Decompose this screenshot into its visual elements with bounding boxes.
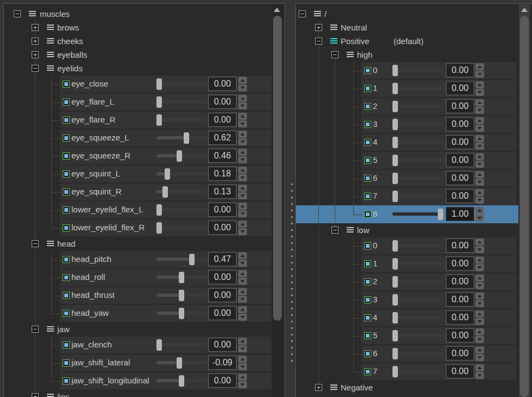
spin-down-button[interactable] [238, 138, 247, 145]
value-field[interactable]: 0.62 [208, 131, 237, 145]
muscle-enabled-checkbox[interactable] [364, 242, 371, 249]
muscle-enabled-checkbox[interactable] [63, 170, 70, 178]
muscle-enabled-checkbox[interactable] [63, 117, 70, 124]
slider-handle[interactable] [179, 308, 184, 319]
value-field[interactable]: 0.00 [446, 239, 474, 253]
spin-down-button[interactable] [238, 363, 247, 370]
tree-control-row[interactable]: 70.00 [296, 187, 532, 205]
expand-toggle-icon[interactable]: + [32, 24, 39, 31]
spin-up-button[interactable] [475, 364, 484, 371]
scrollbar-thumb[interactable] [520, 16, 529, 397]
slider-handle[interactable] [156, 204, 162, 216]
slider-track[interactable] [392, 158, 443, 162]
value-field[interactable]: 0.00 [446, 292, 474, 307]
value-field[interactable]: 0.00 [208, 95, 237, 109]
slider-track[interactable] [392, 298, 443, 301]
value-field[interactable]: 0.13 [208, 185, 237, 199]
tree-group-row[interactable]: −Positive(default) [296, 34, 532, 48]
tree-control-row[interactable]: head_thrust0.00 [4, 286, 285, 304]
value-field[interactable]: 0.00 [208, 338, 237, 352]
spin-up-button[interactable] [238, 203, 247, 210]
spin-down-button[interactable] [238, 102, 247, 109]
value-field[interactable]: 0.00 [208, 288, 237, 302]
tree-control-row[interactable]: 70.00 [296, 363, 532, 381]
value-field[interactable]: 0.46 [208, 149, 237, 163]
slider-handle[interactable] [392, 348, 398, 359]
spin-up-button[interactable] [475, 189, 484, 196]
slider-handle[interactable] [156, 96, 162, 108]
spin-up-button[interactable] [475, 117, 484, 124]
tree-control-row[interactable]: 40.00 [296, 309, 532, 327]
tree-control-row[interactable]: eye_close0.00 [4, 75, 285, 93]
expand-toggle-icon[interactable]: + [32, 393, 39, 397]
muscle-enabled-checkbox[interactable] [364, 103, 371, 110]
slider-track[interactable] [156, 118, 206, 121]
tree-control-row[interactable]: 50.00 [296, 151, 532, 169]
slider-handle[interactable] [392, 330, 398, 341]
collapse-toggle-icon[interactable]: − [315, 38, 322, 45]
slider-track[interactable] [392, 370, 443, 373]
slider-handle[interactable] [162, 186, 168, 198]
collapse-toggle-icon[interactable]: − [14, 10, 21, 17]
muscle-enabled-checkbox[interactable] [364, 175, 371, 182]
scrollbar-thumb[interactable] [273, 16, 282, 321]
spin-down-button[interactable] [475, 143, 484, 150]
slider-track[interactable] [156, 82, 206, 85]
tree-group-row[interactable]: +Negative [296, 381, 532, 394]
value-field[interactable]: 0.00 [446, 274, 474, 289]
slider-track[interactable] [392, 123, 443, 126]
slider-handle[interactable] [392, 191, 398, 202]
tree-control-row[interactable]: 30.00 [296, 291, 532, 309]
spin-down-button[interactable] [475, 318, 484, 325]
spin-up-button[interactable] [475, 171, 484, 178]
slider-handle[interactable] [179, 375, 184, 387]
muscle-enabled-checkbox[interactable] [63, 377, 70, 384]
slider-handle[interactable] [392, 312, 398, 323]
spin-down-button[interactable] [238, 278, 247, 285]
tree-group-row[interactable]: −muscles [4, 7, 285, 21]
spin-up-button[interactable] [238, 131, 247, 138]
spin-down-button[interactable] [475, 161, 484, 168]
muscle-enabled-checkbox[interactable] [63, 81, 70, 88]
expand-toggle-icon[interactable]: + [32, 51, 39, 58]
value-field[interactable]: 0.00 [208, 203, 237, 217]
slider-track[interactable] [392, 262, 443, 265]
tree-control-row[interactable]: 00.00 [296, 237, 532, 255]
slider-handle[interactable] [179, 272, 184, 283]
spin-down-button[interactable] [475, 372, 484, 379]
value-field[interactable]: 0.47 [208, 252, 237, 266]
spin-up-button[interactable] [238, 149, 247, 156]
slider-handle[interactable] [189, 254, 195, 265]
muscle-enabled-checkbox[interactable] [63, 310, 70, 317]
muscle-enabled-checkbox[interactable] [364, 368, 371, 375]
spin-down-button[interactable] [475, 89, 484, 96]
slider-track[interactable] [156, 208, 206, 211]
slider-track[interactable] [392, 352, 443, 355]
spin-down-button[interactable] [475, 125, 484, 132]
muscle-enabled-checkbox[interactable] [63, 135, 70, 142]
slider-track[interactable] [392, 280, 443, 283]
muscle-enabled-checkbox[interactable] [63, 152, 70, 160]
value-field[interactable]: 0.00 [446, 328, 474, 343]
slider-track[interactable] [392, 244, 443, 247]
tree-control-row[interactable]: 00.00 [296, 62, 532, 80]
value-field[interactable]: -0.09 [208, 356, 237, 370]
value-field[interactable]: 0.00 [446, 364, 474, 378]
expand-toggle-icon[interactable]: + [315, 384, 322, 391]
spin-down-button[interactable] [475, 197, 484, 204]
tree-control-row[interactable]: jaw_shift_longitudinal0.00 [4, 372, 285, 390]
tree-control-row[interactable]: head_yaw0.00 [4, 304, 285, 322]
tree-control-row[interactable]: 40.00 [296, 133, 532, 151]
slider-track[interactable] [392, 105, 443, 108]
tree-control-row[interactable]: head_pitch0.47 [4, 251, 285, 268]
slider-handle[interactable] [392, 258, 398, 270]
tree-control-row[interactable]: 10.00 [296, 80, 532, 97]
value-field[interactable]: 0.18 [208, 167, 237, 181]
tree-group-row[interactable]: +brows [4, 21, 285, 34]
value-field[interactable]: 0.00 [446, 81, 474, 95]
slider-handle[interactable] [177, 150, 182, 162]
spin-down-button[interactable] [475, 246, 484, 253]
slider-handle[interactable] [156, 222, 162, 234]
value-field[interactable]: 0.00 [446, 153, 474, 167]
spin-up-button[interactable] [475, 328, 484, 335]
